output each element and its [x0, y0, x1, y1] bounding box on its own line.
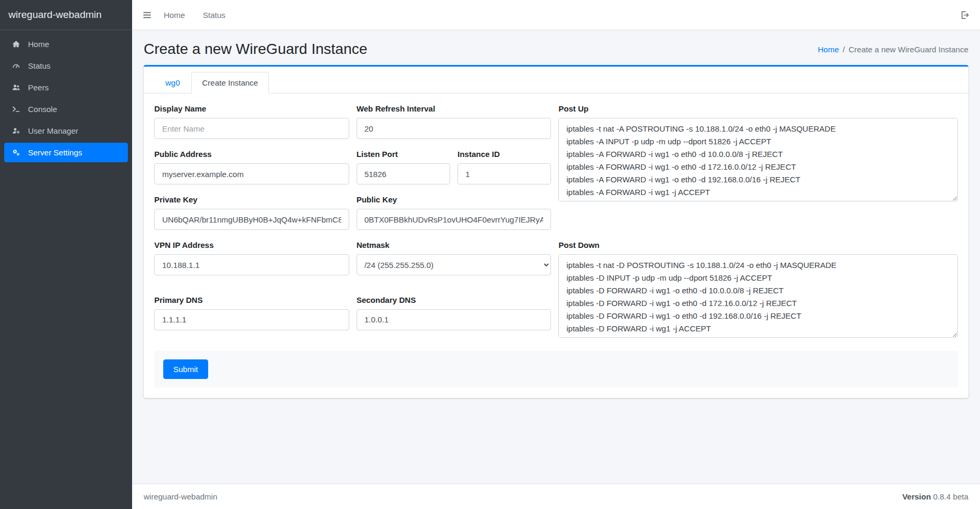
post-down-textarea[interactable]: iptables -t nat -D POSTROUTING -s 10.188…: [558, 254, 958, 338]
navbar-link-status[interactable]: Status: [203, 11, 226, 20]
sidebar-item-status[interactable]: Status: [4, 56, 128, 76]
terminal-icon: [11, 105, 22, 114]
sidebar-item-label: User Manager: [28, 126, 78, 135]
sidebar-item-user-manager[interactable]: User Manager: [4, 121, 128, 141]
netmask-label: Netmask: [357, 240, 552, 249]
footer-version-label: Version: [902, 492, 931, 501]
field-primary-dns: Primary DNS: [154, 295, 349, 340]
listen-port-label: Listen Port: [357, 150, 450, 159]
footer-version-value: 0.8.4 beta: [933, 492, 968, 501]
footer-version: Version 0.8.4 beta: [902, 492, 968, 501]
sidebar-toggle-icon[interactable]: [142, 10, 152, 20]
listen-port-input[interactable]: [357, 163, 450, 184]
sidebar-item-home[interactable]: Home: [4, 34, 128, 54]
breadcrumb-current: Create a new WireGuard Instance: [848, 45, 968, 54]
instance-card: wg0 Create Instance Display Name Web Ref…: [144, 65, 968, 398]
secondary-dns-input[interactable]: [357, 309, 552, 330]
field-public-address: Public Address: [154, 150, 349, 184]
field-web-refresh-interval: Web Refresh Interval: [357, 104, 552, 139]
home-icon: [11, 40, 22, 49]
sidebar-item-label: Console: [28, 105, 57, 114]
content: wg0 Create Instance Display Name Web Ref…: [132, 65, 980, 410]
port-id-row: Listen Port Instance ID: [357, 150, 552, 184]
logout-icon[interactable]: [960, 10, 970, 20]
footer-app-name: wireguard-webadmin: [144, 492, 217, 501]
post-up-label: Post Up: [558, 104, 958, 113]
gears-icon: [11, 148, 22, 157]
main-column: Home Status Create a new WireGuard Insta…: [132, 0, 980, 509]
web-refresh-interval-input[interactable]: [357, 118, 552, 139]
sidebar-item-server-settings[interactable]: Server Settings: [4, 143, 128, 162]
navbar-link-home[interactable]: Home: [164, 11, 185, 20]
sidebar-item-label: Home: [28, 40, 49, 49]
public-key-label: Public Key: [357, 195, 552, 204]
sidebar-item-label: Server Settings: [28, 148, 82, 157]
private-key-input[interactable]: [154, 209, 349, 230]
tab-create-instance[interactable]: Create Instance: [191, 72, 269, 94]
tab-wg0[interactable]: wg0: [154, 72, 191, 94]
instance-id-label: Instance ID: [458, 150, 551, 159]
users-gear-icon: [11, 126, 22, 135]
field-secondary-dns: Secondary DNS: [357, 295, 552, 340]
page-footer: wireguard-webadmin Version 0.8.4 beta: [132, 484, 980, 509]
primary-dns-input[interactable]: [154, 309, 349, 330]
field-public-key: Public Key: [357, 195, 552, 230]
vpn-ip-label: VPN IP Address: [154, 240, 349, 249]
field-display-name: Display Name: [154, 104, 349, 139]
breadcrumb-home-link[interactable]: Home: [818, 45, 839, 54]
public-address-input[interactable]: [154, 163, 349, 184]
private-key-label: Private Key: [154, 195, 349, 204]
breadcrumb: Home/Create a new WireGuard Instance: [818, 45, 968, 54]
sidebar: wireguard-webadmin Home Status Peers: [0, 0, 132, 509]
netmask-select[interactable]: /24 (255.255.255.0): [357, 254, 552, 275]
primary-dns-label: Primary DNS: [154, 295, 349, 304]
sidebar-item-console[interactable]: Console: [4, 99, 128, 119]
content-header: Create a new WireGuard Instance Home/Cre…: [132, 30, 980, 65]
tachometer-icon: [11, 61, 22, 70]
app-wrapper: wireguard-webadmin Home Status Peers: [0, 0, 980, 509]
display-name-label: Display Name: [154, 104, 349, 113]
sidebar-item-label: Peers: [28, 83, 49, 92]
brand-link[interactable]: wireguard-webadmin: [0, 0, 132, 30]
field-listen-port: Listen Port: [357, 150, 450, 184]
public-key-input[interactable]: [357, 209, 552, 230]
post-down-label: Post Down: [558, 240, 958, 249]
instance-id-input[interactable]: [458, 163, 551, 184]
field-private-key: Private Key: [154, 195, 349, 230]
field-post-up: Post Up iptables -t nat -A POSTROUTING -…: [558, 104, 958, 203]
users-icon: [11, 83, 22, 92]
post-up-textarea[interactable]: iptables -t nat -A POSTROUTING -s 10.188…: [558, 118, 958, 201]
breadcrumb-separator: /: [843, 45, 845, 54]
field-instance-id: Instance ID: [458, 150, 551, 184]
sidebar-item-label: Status: [28, 61, 51, 70]
instance-tabs: wg0 Create Instance: [144, 67, 968, 94]
field-vpn-ip: VPN IP Address: [154, 240, 349, 285]
field-post-down: Post Down iptables -t nat -D POSTROUTING…: [558, 240, 958, 339]
sidebar-nav: Home Status Peers Console: [0, 30, 132, 169]
display-name-input[interactable]: [154, 118, 349, 139]
instance-form: Display Name Web Refresh Interval Post U…: [144, 94, 968, 398]
field-netmask: Netmask /24 (255.255.255.0): [357, 240, 552, 285]
public-address-label: Public Address: [154, 150, 349, 159]
submit-button[interactable]: Submit: [163, 359, 208, 379]
page-title: Create a new WireGuard Instance: [144, 41, 367, 58]
vpn-ip-input[interactable]: [154, 254, 349, 275]
web-refresh-interval-label: Web Refresh Interval: [357, 104, 552, 113]
secondary-dns-label: Secondary DNS: [357, 295, 552, 304]
submit-band: Submit: [154, 351, 958, 387]
top-navbar: Home Status: [132, 0, 980, 30]
sidebar-item-peers[interactable]: Peers: [4, 78, 128, 97]
